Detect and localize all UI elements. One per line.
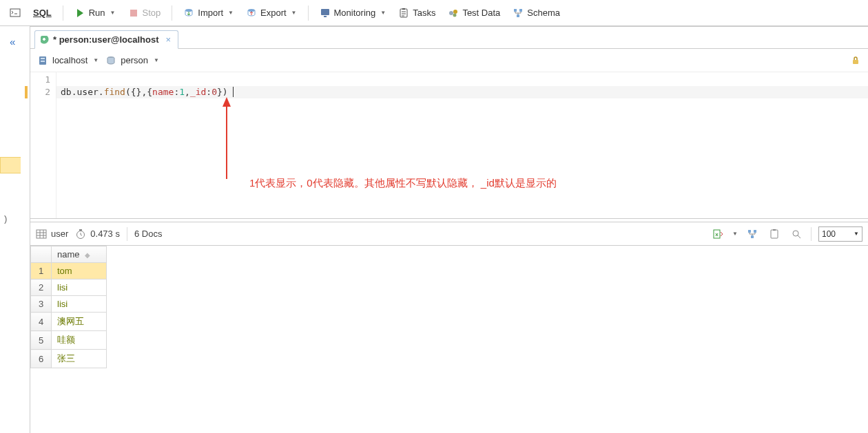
- grid-corner: [31, 246, 52, 263]
- svg-rect-11: [514, 9, 517, 12]
- result-time-label: 0.473 s: [90, 229, 120, 239]
- left-panel-glyph: ): [4, 213, 7, 224]
- export-icon: [246, 8, 257, 19]
- line-number: 2: [30, 86, 50, 98]
- line-gutter: 1 2: [30, 72, 56, 218]
- expand-left-panel-icon[interactable]: «: [10, 36, 15, 47]
- tree-view-button[interactable]: [745, 226, 760, 242]
- sql-label: SQL: [33, 8, 52, 18]
- export-result-button[interactable]: x: [710, 226, 725, 242]
- svg-rect-21: [37, 230, 46, 238]
- close-tab-icon[interactable]: ×: [166, 34, 172, 45]
- result-count: 6 Docs: [134, 229, 162, 239]
- clipboard-icon: [769, 229, 780, 240]
- run-label: Run: [89, 8, 105, 18]
- cell-name[interactable]: lisi: [52, 279, 107, 296]
- row-number: 6: [31, 350, 52, 368]
- host-selector[interactable]: localhost ▼: [37, 55, 99, 66]
- terminal-button[interactable]: [4, 3, 26, 23]
- chevron-down-icon: ▼: [380, 10, 386, 16]
- db-selector[interactable]: person ▼: [105, 55, 159, 66]
- code-editor[interactable]: 1 2 db.user.find({},{name:1,_id:0}) 1代表显…: [30, 72, 868, 218]
- cell-name[interactable]: 哇额: [52, 331, 107, 350]
- monitor-icon: [320, 8, 331, 19]
- page-size-select[interactable]: 100 ▼: [818, 226, 862, 242]
- svg-rect-18: [853, 60, 858, 64]
- table-row[interactable]: 2 lisi: [31, 279, 107, 296]
- table-row[interactable]: 6 张三: [31, 350, 107, 368]
- table-row[interactable]: 3 lisi: [31, 296, 107, 313]
- result-collection: user: [36, 229, 68, 240]
- sql-button[interactable]: SQL: [28, 3, 57, 23]
- cell-name[interactable]: 张三: [52, 350, 107, 368]
- left-panel-selection: [0, 157, 21, 173]
- server-icon: [37, 55, 48, 66]
- import-icon: [183, 8, 194, 19]
- clock-icon: [75, 229, 86, 240]
- tasks-button[interactable]: Tasks: [393, 3, 441, 23]
- clipboard-icon: [398, 8, 409, 19]
- editor-tabbar: * person:user@localhost ×: [30, 27, 868, 49]
- copy-result-button[interactable]: [767, 226, 782, 242]
- svg-point-31: [793, 231, 798, 236]
- svg-rect-5: [324, 16, 327, 17]
- svg-rect-16: [41, 61, 45, 62]
- sort-icon[interactable]: ◆: [85, 251, 90, 259]
- zoom-result-button[interactable]: [789, 226, 804, 242]
- code-area[interactable]: db.user.find({},{name:1,_id:0}) 1代表显示，0代…: [56, 72, 868, 218]
- svg-rect-27: [754, 230, 756, 233]
- svg-point-8: [449, 11, 453, 15]
- import-label: Import: [198, 8, 223, 18]
- svg-point-2: [185, 9, 192, 12]
- main-area: * person:user@localhost × localhost ▼ pe…: [30, 26, 868, 433]
- database-icon: [105, 55, 116, 66]
- lock-icon[interactable]: [850, 55, 861, 66]
- schema-icon: [513, 8, 524, 19]
- annotation-arrow-icon: [216, 93, 237, 182]
- line-number: 1: [30, 74, 50, 86]
- row-number: 3: [31, 296, 52, 313]
- code-line: [56, 74, 868, 86]
- editor-tab[interactable]: * person:user@localhost ×: [34, 30, 178, 49]
- tree-icon: [747, 229, 758, 240]
- chevron-down-icon: ▼: [854, 231, 859, 237]
- svg-rect-29: [771, 230, 778, 238]
- export-label: Export: [260, 8, 287, 18]
- magnifier-icon: [791, 229, 802, 240]
- chevron-down-icon: ▼: [291, 10, 297, 16]
- export-button[interactable]: Export ▼: [240, 3, 302, 23]
- testdata-icon: [448, 8, 459, 19]
- run-button[interactable]: Run ▼: [69, 3, 121, 23]
- result-grid[interactable]: name ◆ 1 tom 2 lisi 3 lisi: [30, 246, 868, 433]
- result-separator: [811, 227, 812, 241]
- row-number: 4: [31, 313, 52, 331]
- monitoring-label: Monitoring: [334, 8, 376, 18]
- svg-point-9: [453, 10, 457, 14]
- svg-rect-28: [751, 235, 754, 238]
- import-button[interactable]: Import ▼: [178, 3, 239, 23]
- row-number: 2: [31, 279, 52, 296]
- test-data-button[interactable]: Test Data: [442, 3, 506, 23]
- svg-rect-4: [321, 9, 329, 15]
- table-row[interactable]: 5 哇额: [31, 331, 107, 350]
- cell-name[interactable]: 澳网五: [52, 313, 107, 331]
- svg-rect-23: [79, 229, 82, 231]
- monitoring-button[interactable]: Monitoring ▼: [314, 3, 392, 23]
- column-header[interactable]: name ◆: [52, 246, 107, 263]
- stop-button[interactable]: Stop: [123, 3, 167, 23]
- column-header-label: name: [57, 249, 80, 260]
- result-collection-label: user: [51, 229, 68, 239]
- svg-rect-13: [517, 14, 519, 17]
- cell-name[interactable]: tom: [52, 263, 107, 279]
- host-label: localhost: [52, 55, 87, 65]
- editor-tab-title: * person:user@localhost: [53, 34, 159, 45]
- chevron-down-icon: ▼: [154, 57, 159, 63]
- chevron-down-icon[interactable]: ▼: [732, 231, 738, 237]
- schema-label: Schema: [527, 8, 560, 18]
- table-row[interactable]: 1 tom: [31, 263, 107, 279]
- table-row[interactable]: 4 澳网五: [31, 313, 107, 331]
- main-toolbar: SQL Run ▼ Stop Import ▼ Export ▼ Monitor…: [0, 0, 868, 26]
- schema-button[interactable]: Schema: [507, 3, 566, 23]
- svg-rect-7: [402, 8, 405, 10]
- cell-name[interactable]: lisi: [52, 296, 107, 313]
